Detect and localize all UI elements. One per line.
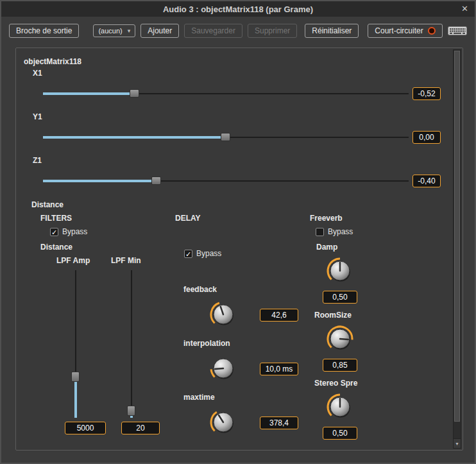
distance-section-label: Distance [31, 200, 64, 209]
slider-fill [43, 180, 157, 182]
checkbox-box[interactable] [316, 228, 324, 236]
checkbox-label: Bypass [196, 249, 221, 258]
close-icon[interactable]: ✕ [461, 4, 468, 13]
roomsize-knob[interactable] [326, 325, 354, 353]
titlebar[interactable]: Audio 3 : objectMatrix118 (par Grame) ✕ [1, 1, 475, 17]
maxtime-value[interactable]: 378,4 [260, 417, 298, 429]
delay-title: DELAY [175, 214, 201, 223]
delay-bypass-checkbox[interactable]: ✓ Bypass [184, 249, 221, 258]
stereo-spread-label: Stereo Spre [314, 379, 357, 388]
feedback-knob[interactable] [209, 300, 237, 329]
scrollbar-thumb[interactable] [454, 51, 460, 422]
scroll-down-button[interactable]: ▼ [454, 438, 461, 448]
reinitialiser-button[interactable]: Réinitialiser [305, 24, 359, 38]
sauvegarder-button: Sauvegarder [184, 24, 242, 38]
damp-knob[interactable] [326, 257, 354, 285]
broche-de-sortie-button[interactable]: Broche de sortie [9, 24, 79, 38]
keyboard-icon[interactable] [448, 25, 467, 37]
slider-handle[interactable] [127, 406, 135, 416]
vertical-scrollbar[interactable]: ▼ [453, 49, 461, 449]
preset-select[interactable]: (aucun) ▾ [93, 24, 135, 37]
feedback-value[interactable]: 42,6 [260, 309, 298, 322]
lpf-amp-value[interactable]: 5000 [65, 422, 106, 434]
slider-handle[interactable] [151, 176, 161, 185]
maxtime-knob[interactable] [209, 408, 237, 436]
lpf-min-value[interactable]: 20 [121, 422, 160, 434]
court-circuiter-button[interactable]: Court-circuiter [368, 24, 442, 38]
feedback-label: feedback [183, 285, 217, 294]
slider-fill [43, 136, 226, 139]
z1-slider[interactable] [43, 176, 409, 186]
roomsize-label: RoomSize [314, 311, 352, 320]
checkbox-label: Bypass [62, 227, 87, 236]
scroll-down-arrow-icon: ▼ [455, 442, 459, 446]
y1-label: Y1 [33, 112, 42, 121]
supprimer-button: Supprimer [248, 24, 297, 38]
filters-bypass-checkbox[interactable]: ✓ Bypass [50, 227, 87, 236]
lpf-amp-label: LPF Amp [56, 256, 90, 265]
stereo-spread-value[interactable]: 0,50 [323, 427, 357, 440]
damp-value[interactable]: 0,50 [323, 291, 357, 304]
interpolation-value[interactable]: 10,0 ms [260, 363, 298, 375]
lpf-min-label: LPF Min [111, 256, 141, 265]
preset-select-value: (aucun) [98, 27, 122, 35]
x1-value[interactable]: -0,52 [412, 87, 441, 100]
chevron-down-icon: ▾ [128, 28, 131, 34]
ajouter-button[interactable]: Ajouter [140, 24, 179, 38]
slider-fill [43, 92, 135, 95]
roomsize-value[interactable]: 0,85 [323, 359, 357, 372]
toolbar: Broche de sortie (aucun) ▾ Ajouter Sauve… [1, 17, 475, 45]
window-title: Audio 3 : objectMatrix118 (par Grame) [163, 4, 313, 14]
freeverb-title: Freeverb [310, 214, 343, 223]
interpolation-knob[interactable] [209, 354, 237, 382]
damp-label: Damp [316, 243, 337, 252]
lpf-amp-slider[interactable] [71, 270, 81, 418]
plugin-window: Audio 3 : objectMatrix118 (par Grame) ✕ … [0, 0, 476, 464]
x1-slider[interactable] [43, 89, 409, 99]
slider-fill [74, 377, 77, 418]
y1-value[interactable]: 0,00 [412, 131, 441, 144]
filters-distance-subtitle: Distance [40, 243, 72, 252]
slider-handle[interactable] [130, 89, 139, 98]
y1-slider[interactable] [43, 132, 409, 142]
checkbox-box[interactable]: ✓ [184, 250, 192, 258]
freeverb-bypass-checkbox[interactable]: Bypass [316, 227, 353, 236]
maxtime-label: maxtime [183, 393, 215, 402]
plugin-panel: objectMatrix118 X1 -0,52 Y1 0,00 Z1 -0,4… [15, 47, 463, 451]
lpf-min-slider[interactable] [126, 270, 137, 418]
plugin-name: objectMatrix118 [24, 57, 81, 66]
z1-value[interactable]: -0,40 [412, 175, 441, 187]
interpolation-label: interpolation [183, 339, 230, 348]
court-circuiter-label: Court-circuiter [375, 26, 423, 35]
checkbox-label: Bypass [328, 227, 353, 236]
bypass-led-icon [428, 27, 436, 35]
filters-title: FILTERS [40, 214, 72, 223]
slider-handle[interactable] [221, 133, 230, 141]
x1-label: X1 [33, 69, 42, 78]
slider-track [131, 270, 132, 418]
z1-label: Z1 [33, 156, 42, 165]
checkbox-box[interactable]: ✓ [50, 228, 58, 236]
slider-handle[interactable] [71, 372, 80, 382]
stereo-spread-knob[interactable] [326, 393, 354, 421]
